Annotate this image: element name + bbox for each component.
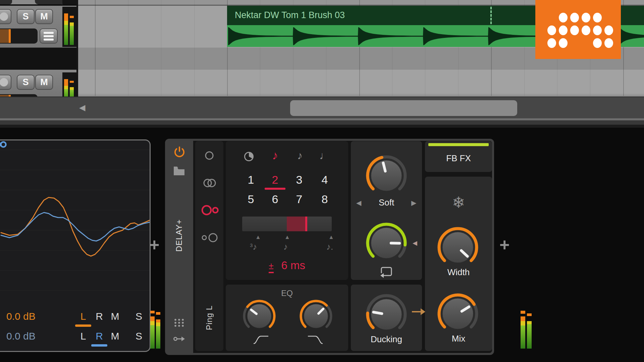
beat-count-7[interactable]: 7 [289,193,309,206]
mute-button[interactable]: M [35,75,53,90]
channel-r-button[interactable]: R [91,330,107,342]
channel-s-button[interactable]: S [131,311,147,322]
add-device-button[interactable]: + [149,235,159,255]
logo-dot [559,13,568,22]
eq-panel: EQ [226,285,348,351]
arranger-timeline[interactable]: Nektar DW Tom 1 Brush 03 [0,0,644,97]
freeze-icon[interactable]: ❄ [425,193,492,212]
feedback-column: ◀ Soft ▶ ◀ [351,141,422,280]
time-offset-slider[interactable] [242,217,332,231]
mix-knob[interactable] [437,293,479,335]
feedback-knob[interactable] [366,222,407,264]
next-mode-icon[interactable]: ▶ [411,199,416,207]
scroll-left-icon[interactable]: ◀ [79,103,85,112]
ducking-knob[interactable] [366,294,407,335]
channel-s-button[interactable]: S [131,330,147,342]
eq-label: EQ [226,289,348,298]
routing-icon[interactable] [173,335,185,343]
beat-count-8[interactable]: 8 [315,193,335,206]
mode-pan-icon[interactable] [201,232,219,243]
device-power-icon[interactable] [173,146,185,158]
offset-value[interactable]: 6 ms [281,259,305,272]
fb-fx-label[interactable]: FB FX [425,153,492,164]
beat-count-6[interactable]: 6 [265,193,285,206]
feedback-loop-icon[interactable] [380,266,393,278]
track-header-column: S M S M [0,0,76,97]
time-offset-readout[interactable]: ± 6 ms [226,259,348,272]
arm-record-button[interactable] [0,75,11,90]
fx-slot-active-bar [428,143,489,146]
note-eighth-icon-selected[interactable]: ♪ [266,148,284,163]
mode-stereo-icon[interactable] [202,178,217,188]
solo-button[interactable]: S [17,75,35,90]
channel-r-button[interactable]: R [91,311,107,322]
scrollbar-thumb[interactable] [290,100,517,116]
preset-folder-icon[interactable] [173,166,185,176]
gridline [161,0,161,96]
mute-button[interactable]: M [35,9,53,24]
chain-meter-left [150,311,160,349]
device-side-strip: DELAY+ [165,139,193,355]
gridline [194,0,195,96]
logo-dot [570,25,579,35]
horizontal-scrollbar[interactable]: ◀ [0,97,644,118]
note-quarter-icon[interactable]: ♩ [316,149,334,162]
mode-ping-pong-icon-selected[interactable] [200,204,220,216]
eq_high-knob-graphic [299,299,333,333]
track-2-header[interactable]: S M [0,70,76,97]
device-title[interactable]: DELAY+ [174,219,184,252]
channel-l-button[interactable]: L [75,330,91,342]
logo-dot [593,38,602,48]
sixteenth-note-icon: ♪ [283,242,288,252]
note-eighth-icon[interactable]: ♪ [291,149,309,162]
mode-label[interactable]: Ping L [205,305,214,330]
track-1-header[interactable]: S M [0,6,76,48]
gain-value-right[interactable]: 0.0 dB [6,330,36,342]
time-mode-clock-icon[interactable] [244,151,254,162]
fader-handle[interactable] [9,29,11,43]
ducking-mod-arrow-icon [411,308,426,316]
eq-low-cut-knob[interactable] [243,299,276,333]
width-knob[interactable] [437,227,479,268]
feedback-knob-graphic [366,222,407,264]
logo-dot [547,25,556,35]
active-channel-underline [91,344,107,347]
volume-fader[interactable] [0,28,38,44]
width-knob-graphic [437,227,479,268]
stereo-link-icon[interactable] [0,140,9,148]
record-dot-icon [0,78,8,86]
partial-track-row [0,0,76,5]
gridline [95,0,96,96]
soft-character-knob[interactable] [366,155,407,196]
feedback-fx-slot[interactable]: FB FX [425,141,492,172]
width-label: Width [425,267,492,278]
panel-divider-dark [0,120,644,125]
gain-value-left[interactable]: 0.0 dB [6,311,36,322]
track-menu-button[interactable] [40,28,58,44]
arm-record-button[interactable] [0,9,11,24]
channel-m-button[interactable]: M [107,311,123,322]
slider-marker-icon: ▲ [255,234,261,241]
header-arranger-divider[interactable] [76,0,78,97]
ducking-panel: Ducking [351,285,422,351]
plusminus-toggle[interactable]: ± [269,261,274,273]
delay-mode-column: Ping L [195,141,223,351]
beat-count-4[interactable]: 4 [315,173,335,186]
logo-dot [559,25,568,35]
beat-count-3[interactable]: 3 [289,173,309,186]
logo-dot [559,38,568,48]
logo-dot [547,38,556,48]
channel-m-button[interactable]: M [107,330,123,342]
gridline [128,0,128,96]
eq-high-cut-knob[interactable] [299,299,333,333]
delay-time-panel: ♪ ♪ ♩ 12345678 ▲ ▲ ▲ 3♪ ♪ ♪. ± 6 ms [226,141,348,280]
solo-button[interactable]: S [17,9,35,24]
slider-handle[interactable] [305,217,307,231]
remote-controls-icon[interactable] [174,318,184,327]
add-device-button[interactable]: + [499,235,509,255]
beat-count-1[interactable]: 1 [241,173,261,186]
beat-count-2[interactable]: 2 [265,173,285,186]
beat-count-5[interactable]: 5 [241,193,261,206]
mode-mono-icon[interactable] [204,150,214,161]
channel-l-button[interactable]: L [75,311,91,322]
